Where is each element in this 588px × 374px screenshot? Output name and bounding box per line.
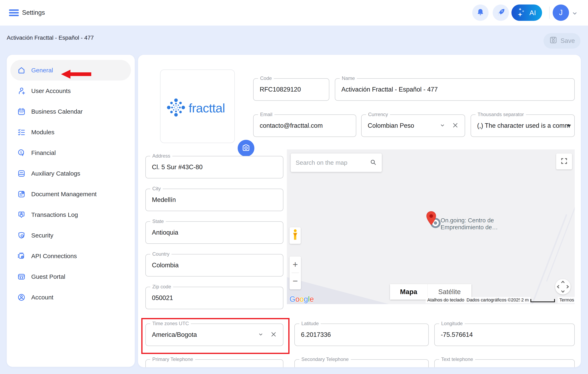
home-icon [17,66,26,75]
chevron-down-icon[interactable] [571,10,578,18]
clear-icon[interactable] [452,121,459,130]
map-zoom-control: + − [290,256,301,289]
sidebar-item-document-management[interactable]: Document Management [10,184,131,204]
document-clock-icon [17,190,26,199]
ai-label: AI [529,9,536,17]
map-attribution: Atalhos do teclado Dados cartográficos ©… [287,297,575,304]
field-value: Activación Fracttal - Español - 477 [341,86,438,93]
field-value: RFC10829120 [260,86,301,93]
map-fullscreen-button[interactable] [556,154,572,169]
rocket-icon [496,8,505,18]
calendar-icon [17,107,26,116]
chevron-down-icon[interactable] [258,331,264,338]
field-label: Time zones UTC [150,321,191,326]
google-map[interactable]: Search on the map + − On.goi [287,149,575,304]
zoom-out-button[interactable]: − [290,273,301,289]
secondary-telephone-field[interactable]: Secondary Telephone [294,359,429,367]
map-search-box[interactable]: Search on the map [291,154,382,172]
save-button[interactable]: Save [544,33,580,49]
text-telephone-field[interactable]: Text telephone [434,359,575,367]
sparkles-icon [517,7,526,18]
country-field[interactable]: Country Colombia [145,254,284,276]
thousands-separator-select[interactable]: Thousands separator (,) The character us… [471,114,575,137]
name-field[interactable]: Name Activación Fracttal - Español - 477 [335,78,575,101]
browser-code-icon [17,272,26,281]
sidebar-item-modules[interactable]: Modules [10,122,131,143]
field-value: Medellín [152,196,176,204]
map-search-placeholder: Search on the map [296,159,369,166]
sidebar-item-security[interactable]: Security [10,225,131,246]
sidebar-item-label: Guest Portal [31,273,65,280]
top-bar: Settings AI J [0,0,588,26]
field-value: 050021 [152,294,173,302]
field-label: Currency [366,111,390,117]
user-add-icon [17,87,26,95]
latitude-field[interactable]: Latitude 6.2017336 [294,323,429,346]
sidebar-item-label: Business Calendar [31,108,83,115]
clear-icon[interactable] [270,331,277,339]
keyboard-shortcuts-link[interactable]: Atalhos do teclado [426,297,466,303]
change-logo-button[interactable] [238,140,254,156]
sidebar-item-transactions-log[interactable]: Transactions Log [10,204,131,225]
sidebar-item-financial[interactable]: $ Financial [10,143,131,163]
sidebar-item-label: Financial [31,149,56,156]
sidebar-item-label: Document Management [31,191,96,198]
header-divider [549,7,550,19]
field-value: (,) The character used is a comma [477,122,570,129]
sidebar-item-label: Transactions Log [31,211,78,218]
dropdown-caret-icon[interactable] [567,125,571,127]
svg-text:$: $ [20,150,22,154]
longitude-field[interactable]: Longitude -75.576614 [434,323,575,346]
currency-select[interactable]: Currency Colombian Peso [361,114,465,137]
field-label: Code [258,76,274,81]
sidebar-item-label: Auxiliary Catalogs [31,170,80,177]
sidebar-item-general[interactable]: General [10,60,131,80]
field-value: Colombia [152,262,179,269]
account-circle-icon [17,293,26,302]
badge-user-icon [17,210,26,219]
sidebar-item-user-accounts[interactable]: User Accounts [10,80,131,101]
sidebar-item-auxiliary-catalogs[interactable]: Auxiliary Catalogs [10,163,131,184]
fullscreen-icon [560,157,568,165]
terms-link[interactable]: Termos [558,297,575,303]
map-road [546,201,575,282]
hamburger-menu-icon[interactable] [9,9,19,16]
zoom-in-button[interactable]: + [290,256,301,272]
whats-new-button[interactable] [493,4,509,21]
sidebar-item-label: Modules [31,129,54,136]
zip-code-field[interactable]: Zip code 050021 [145,287,284,309]
sidebar-item-api-connections[interactable]: API Connections [10,246,131,266]
search-icon[interactable] [369,159,377,167]
avatar[interactable]: J [553,4,569,21]
map-pan-control[interactable] [555,279,571,295]
ai-assistant-button[interactable]: AI [511,4,542,21]
avatar-initial: J [559,8,563,17]
state-field[interactable]: State Antioquia [145,221,284,244]
field-label: Email [258,111,274,117]
field-label: City [150,186,163,191]
annotation-arrow [61,70,91,79]
map-scale-bar [530,299,555,302]
email-field[interactable]: Email contacto@fracttal.com [253,114,356,137]
sidebar-item-label: General [31,67,53,74]
chevron-down-icon[interactable] [439,122,445,129]
field-label: Latitude [299,321,321,326]
city-field[interactable]: City Medellín [145,189,284,211]
sidebar-item-guest-portal[interactable]: Guest Portal [10,266,131,287]
field-label: Name [340,76,357,81]
code-field[interactable]: Code RFC10829120 [253,78,329,101]
primary-telephone-field[interactable]: Primary Telephone [145,359,284,367]
field-value: America/Bogota [152,331,197,339]
notifications-button[interactable] [472,4,489,21]
sidebar-item-account[interactable]: Account [10,287,131,308]
sidebar-item-business-calendar[interactable]: Business Calendar [10,101,131,122]
shield-icon [17,231,26,240]
dollar-coin-icon: $ [17,148,26,157]
address-field[interactable]: Address Cl. 5 Sur #43C-80 [145,156,284,178]
page-title: Settings [22,9,45,16]
save-label: Save [560,37,575,44]
fracttal-logo-icon [166,98,186,118]
timezone-select[interactable]: Time zones UTC America/Bogota [145,323,284,346]
street-view-pegman-button[interactable] [290,227,301,244]
location-pin-icon[interactable] [425,211,437,230]
